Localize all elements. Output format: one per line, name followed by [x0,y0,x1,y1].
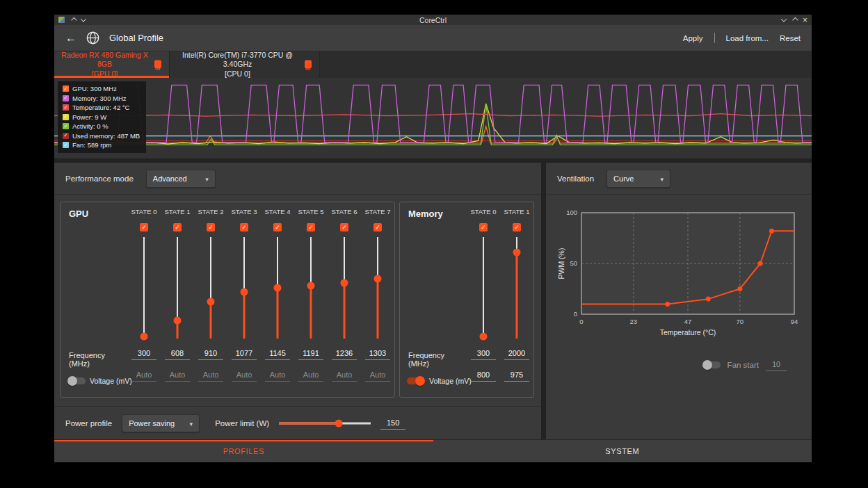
memory-gutter: Memory Frequency (MHz) Voltage (mV) [400,206,467,391]
slider-handle[interactable] [480,333,488,341]
frequency-value[interactable]: 300 [131,348,156,360]
legend-checkbox[interactable] [63,133,69,139]
voltage-value[interactable]: 800 [471,369,496,382]
svg-text:50: 50 [570,259,577,267]
slider-handle[interactable] [140,333,148,341]
voltage-value[interactable]: Auto [232,369,257,382]
tab-gpu0[interactable]: Radeon RX 480 Gaming X 8GB [GPU 0] [54,51,170,78]
frequency-slider[interactable] [239,237,249,339]
state-checkbox[interactable] [173,223,182,231]
frequency-value[interactable]: 608 [165,348,190,360]
power-limit-slider[interactable] [279,418,371,428]
legend-item[interactable]: Temperature: 42 °C [63,104,140,111]
minimize-icon[interactable] [781,16,787,22]
memory-frequency-label: Frequency (MHz) [400,348,467,371]
svg-text:70: 70 [737,318,744,325]
legend-checkbox[interactable] [63,104,69,111]
chevron-down-icon[interactable] [81,16,86,22]
frequency-slider[interactable] [273,237,282,339]
frequency-value[interactable]: 1303 [365,348,390,360]
slider-handle[interactable] [207,298,215,306]
voltage-value[interactable]: Auto [265,369,290,382]
legend-checkbox[interactable] [63,86,69,92]
tab-profiles[interactable]: PROFILES [54,440,433,462]
titlebar-right [757,16,807,24]
legend-checkbox[interactable] [63,123,69,129]
slider-handle[interactable] [374,275,382,282]
voltage-value[interactable]: Auto [165,369,190,382]
voltage-value[interactable]: Auto [332,369,357,382]
reset-button[interactable]: Reset [780,34,801,42]
slider-handle[interactable] [274,284,282,292]
state-checkbox[interactable] [307,223,315,231]
back-button[interactable] [65,32,77,44]
fan-curve-chart[interactable]: 023477094050100Temperature (°C)PWM (%) [556,206,801,342]
legend-item[interactable]: Fan: 589 rpm [63,141,140,149]
voltage-value[interactable]: 975 [504,369,529,382]
state-checkbox[interactable] [207,223,215,231]
frequency-slider[interactable] [306,237,316,339]
state-checkbox[interactable] [240,223,248,231]
frequency-value[interactable]: 1236 [332,348,357,360]
legend-checkbox[interactable] [63,95,69,101]
legend-item[interactable]: Used memory: 487 MB [63,132,140,140]
legend-item[interactable]: GPU: 300 MHz [63,85,140,92]
legend-checkbox[interactable] [63,114,69,120]
frequency-slider[interactable] [172,237,182,339]
chevron-up-icon[interactable] [71,17,77,22]
globe-icon [86,31,100,45]
frequency-value[interactable]: 1077 [232,348,257,360]
power-limit-value[interactable]: 150 [380,417,405,430]
slider-handle[interactable] [341,279,348,286]
frequency-slider[interactable] [339,237,349,339]
slider-handle[interactable] [174,316,182,324]
power-profile-dropdown[interactable]: Power saving [122,414,200,432]
close-icon[interactable] [803,16,807,24]
ventilation-mode-dropdown[interactable]: Curve [606,170,670,188]
memory-voltage-toggle[interactable] [407,377,425,384]
frequency-value[interactable]: 910 [198,348,223,360]
performance-mode-dropdown[interactable]: Advanced [146,170,216,188]
voltage-value[interactable]: Auto [298,369,323,382]
slider-handle[interactable] [307,282,315,290]
legend-item[interactable]: Memory: 300 MHz [63,95,140,102]
power-profile-value: Power saving [129,419,175,428]
apply-button[interactable]: Apply [683,34,703,42]
frequency-slider[interactable] [373,237,383,339]
fan-start-toggle[interactable] [702,361,721,368]
frequency-slider[interactable] [479,237,488,339]
frequency-value[interactable]: 300 [471,348,496,360]
frequency-value[interactable]: 1145 [265,348,290,360]
chevron-down-icon [661,174,664,183]
frequency-value[interactable]: 2000 [504,348,529,360]
voltage-value[interactable]: Auto [131,369,156,382]
state-checkbox[interactable] [340,223,348,231]
voltage-value[interactable]: Auto [365,369,390,382]
performance-mode-label: Performance mode [65,174,134,183]
frequency-slider[interactable] [139,237,149,339]
fan-start-value[interactable]: 10 [766,359,787,371]
state-checkbox[interactable] [513,223,521,231]
slider-handle[interactable] [335,419,342,427]
state-checkbox[interactable] [373,223,382,231]
legend-checkbox[interactable] [63,142,69,148]
legend-item[interactable]: Power: 9 W [63,113,140,121]
slider-handle[interactable] [241,288,248,295]
sensor-legend: GPU: 300 MHz Memory: 300 MHz Temperature… [58,81,146,153]
legend-item[interactable]: Activity: 0 % [63,122,140,130]
tab-system[interactable]: SYSTEM [433,440,812,462]
gpu-voltage-toggle[interactable] [67,377,86,384]
tab-cpu0[interactable]: Intel(R) Core(TM) i7-3770 CPU @ 3.40GHz … [170,51,320,78]
voltage-value[interactable]: Auto [198,369,223,382]
frequency-slider[interactable] [512,237,522,339]
slider-handle[interactable] [513,248,521,256]
frequency-slider[interactable] [206,237,216,339]
state-checkbox[interactable] [140,223,148,231]
state-checkbox[interactable] [479,223,488,231]
maximize-icon[interactable] [792,17,798,22]
svg-text:23: 23 [630,318,638,325]
divider [714,33,715,43]
state-checkbox[interactable] [273,223,282,231]
frequency-value[interactable]: 1191 [298,348,323,360]
load-from-button[interactable]: Load from... [726,34,769,42]
